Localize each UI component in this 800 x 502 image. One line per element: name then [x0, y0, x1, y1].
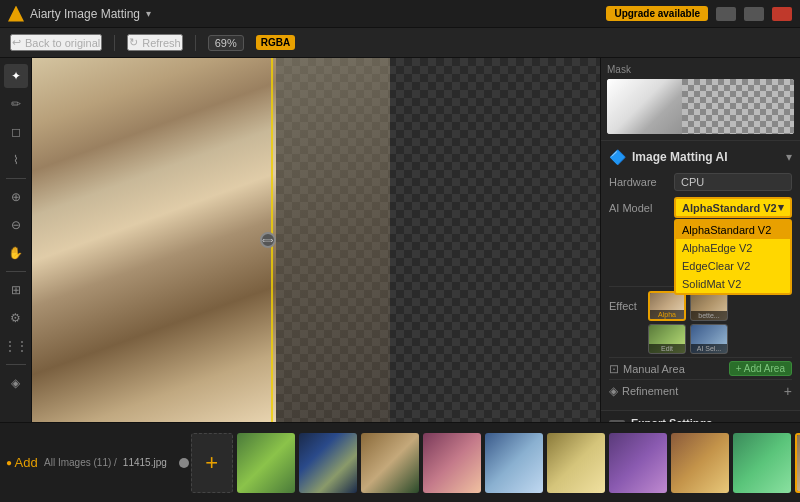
- filmstrip: ● Add All Images (11) / 11415.jpg + 🗑: [0, 422, 800, 502]
- toolbar: ↩ Back to original ↻ Refresh 69% RGBA: [0, 28, 800, 58]
- tool-separator: [6, 178, 26, 179]
- eraser-tool-button[interactable]: ◻: [4, 120, 28, 144]
- bette-thumb[interactable]: bette...: [690, 291, 728, 321]
- film-thumb-2[interactable]: [299, 433, 357, 493]
- main-layout: ✦ ✏ ◻ ⌇ ⊕ ⊖ ✋ ⊞ ⚙ ⋮⋮ ◈ ⟺ Mas: [0, 58, 800, 422]
- ai-model-dropdown-menu[interactable]: AlphaStandard V2 AlphaEdge V2 EdgeClear …: [674, 219, 792, 295]
- hardware-row: Hardware CPU: [609, 173, 792, 191]
- split-handle[interactable]: ⟺: [260, 232, 276, 248]
- toolbar-separator-2: [195, 35, 196, 51]
- dropdown-item-alphaedge[interactable]: AlphaEdge V2: [676, 239, 790, 257]
- grid-button[interactable]: ⋮⋮: [4, 334, 28, 358]
- add-icon: ●: [6, 457, 12, 468]
- export-icon: 📤: [609, 420, 625, 422]
- film-thumb-7[interactable]: [609, 433, 667, 493]
- settings-tool-button[interactable]: ⚙: [4, 306, 28, 330]
- ai-model-chevron-icon: ▾: [778, 201, 784, 214]
- hardware-label: Hardware: [609, 176, 674, 188]
- all-images-label: All Images (11) /: [44, 457, 117, 468]
- matting-title: Image Matting AI: [632, 150, 728, 164]
- lasso-tool-button[interactable]: ⌇: [4, 148, 28, 172]
- refinement-add-icon[interactable]: +: [784, 383, 792, 399]
- add-large-button[interactable]: +: [191, 433, 233, 493]
- add-image-button[interactable]: Add: [16, 453, 36, 473]
- refresh-icon: ↻: [129, 36, 138, 49]
- rgba-badge[interactable]: RGBA: [256, 35, 295, 50]
- refinement-row: ◈ Refinement +: [609, 379, 792, 402]
- refresh-button[interactable]: ↻ Refresh: [127, 34, 183, 51]
- back-arrow-icon: ↩: [12, 36, 21, 49]
- dropdown-arrow-icon[interactable]: ▾: [146, 8, 151, 19]
- select-tool-button[interactable]: ✦: [4, 64, 28, 88]
- alpha-thumb[interactable]: Alpha: [648, 291, 686, 321]
- minimize-button[interactable]: [716, 7, 736, 21]
- dropdown-item-edgeclear[interactable]: EdgeClear V2: [676, 257, 790, 275]
- film-thumb-1[interactable]: [237, 433, 295, 493]
- matting-section: 🔷 Image Matting AI ▾ Hardware CPU AI Mod…: [601, 141, 800, 410]
- cat-right-part: [276, 58, 390, 422]
- refinement-icon: ◈: [609, 384, 618, 398]
- manual-area-icon: ⊡: [609, 362, 619, 376]
- film-thumb-8[interactable]: [671, 433, 729, 493]
- current-filename: 11415.jpg: [123, 457, 167, 468]
- film-thumb-10[interactable]: [795, 433, 800, 493]
- upgrade-button[interactable]: Upgrade available: [606, 6, 708, 21]
- effect-row: Effect Alpha bette...: [609, 291, 792, 321]
- zoom-in-button[interactable]: ⊕: [4, 185, 28, 209]
- back-to-original-button[interactable]: ↩ Back to original: [10, 34, 102, 51]
- edit-row: Edit AI Sel...: [609, 324, 792, 354]
- extra-tool-button[interactable]: ◈: [4, 371, 28, 395]
- film-thumb-6[interactable]: [547, 433, 605, 493]
- left-toolbar: ✦ ✏ ◻ ⌇ ⊕ ⊖ ✋ ⊞ ⚙ ⋮⋮ ◈: [0, 58, 32, 422]
- add-area-button[interactable]: + Add Area: [729, 361, 792, 376]
- brush-tool-button[interactable]: ✏: [4, 92, 28, 116]
- layers-button[interactable]: ⊞: [4, 278, 28, 302]
- ai-select-thumb[interactable]: AI Sel...: [690, 324, 728, 354]
- ai-model-value: AlphaStandard V2: [682, 202, 777, 214]
- film-thumb-9[interactable]: [733, 433, 791, 493]
- mask-transparent-area: [682, 79, 794, 134]
- export-header: 📤 Export Settings 1500 X 996 PNG [8 bits…: [609, 417, 792, 422]
- toolbar-separator: [114, 35, 115, 51]
- ai-model-section: AI Model AlphaStandard V2 ▾ AlphaStandar…: [609, 197, 792, 218]
- export-settings-section: 📤 Export Settings 1500 X 996 PNG [8 bits…: [601, 410, 800, 422]
- film-controls: ● Add: [6, 453, 36, 473]
- titlebar: Aiarty Image Matting ▾ Upgrade available: [0, 0, 800, 28]
- hardware-select[interactable]: CPU: [674, 173, 792, 191]
- section-chevron-icon[interactable]: ▾: [786, 150, 792, 164]
- tool-separator-3: [6, 364, 26, 365]
- close-button[interactable]: [772, 7, 792, 21]
- tool-separator-2: [6, 271, 26, 272]
- app-title: Aiarty Image Matting: [30, 7, 140, 21]
- refinement-label: Refinement: [622, 385, 784, 397]
- section-header: 🔷 Image Matting AI ▾: [609, 149, 792, 165]
- zoom-out-button[interactable]: ⊖: [4, 213, 28, 237]
- right-panel: Mask 🔷 Image Matting AI ▾ Hardware CPU A…: [600, 58, 800, 422]
- mask-label: Mask: [607, 64, 794, 75]
- dropdown-item-solidmat[interactable]: SolidMat V2: [676, 275, 790, 293]
- film-thumb-4[interactable]: [423, 433, 481, 493]
- effect-label: Effect: [609, 300, 644, 312]
- cat-image: [32, 58, 600, 422]
- edit-thumb[interactable]: Edit: [648, 324, 686, 354]
- ai-model-row: AI Model AlphaStandard V2 ▾: [609, 197, 792, 218]
- ai-model-label: AI Model: [609, 202, 674, 214]
- manual-area-label: Manual Area: [623, 363, 729, 375]
- dropdown-item-alphastandard[interactable]: AlphaStandard V2: [676, 221, 790, 239]
- app-logo: [8, 6, 24, 22]
- manual-area-row: ⊡ Manual Area + Add Area: [609, 357, 792, 379]
- export-settings-title: Export Settings: [631, 417, 728, 422]
- zoom-level-badge[interactable]: 69%: [208, 35, 244, 51]
- film-thumb-5[interactable]: [485, 433, 543, 493]
- export-collapse-icon[interactable]: »: [785, 421, 792, 422]
- zoom-slider-handle[interactable]: [179, 458, 189, 468]
- hand-tool-button[interactable]: ✋: [4, 241, 28, 265]
- effect-section: Effect Alpha bette... Edit: [609, 286, 792, 402]
- matting-icon: 🔷: [609, 149, 626, 165]
- film-thumb-3[interactable]: [361, 433, 419, 493]
- ai-model-dropdown[interactable]: AlphaStandard V2 ▾: [674, 197, 792, 218]
- mask-section: Mask: [601, 58, 800, 141]
- maximize-button[interactable]: [744, 7, 764, 21]
- canvas-area[interactable]: ⟺: [32, 58, 600, 422]
- mask-preview: [607, 79, 794, 134]
